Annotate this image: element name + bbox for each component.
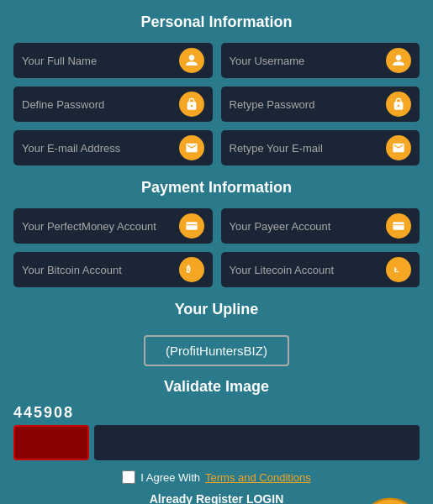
retype-password-icon — [386, 92, 411, 117]
page-container: Personal Information — [13, 13, 420, 504]
personal-info-title: Personal Information — [13, 13, 420, 31]
username-input[interactable] — [230, 55, 387, 67]
payeer-icon — [386, 213, 411, 239]
bitcoin-input[interactable] — [22, 264, 179, 276]
svg-text:₿: ₿ — [186, 265, 191, 274]
retype-email-wrapper — [221, 130, 420, 165]
full-name-wrapper — [13, 43, 213, 78]
retype-password-wrapper — [221, 87, 420, 122]
personal-row-2 — [13, 87, 420, 122]
email-input[interactable] — [22, 142, 179, 155]
email-icon — [179, 135, 204, 160]
email-wrapper — [13, 130, 213, 165]
captcha-image-box — [13, 425, 89, 460]
validate-section: Validate Image 445908 — [13, 378, 420, 460]
payeer-input[interactable] — [230, 220, 387, 233]
password-icon — [179, 92, 204, 117]
litecoin-input[interactable] — [230, 264, 387, 276]
upline-value: (ProfitHuntersBIZ) — [144, 335, 289, 366]
perfectmoney-input[interactable] — [22, 220, 179, 233]
agree-text: I Agree With — [140, 471, 200, 484]
retype-email-icon — [386, 135, 411, 160]
payment-section: Payment Information ₿ — [13, 179, 420, 287]
svg-rect-1 — [393, 222, 404, 229]
captcha-input[interactable] — [94, 425, 420, 460]
retype-password-input[interactable] — [230, 98, 387, 111]
upline-section: Your Upline (ProfitHuntersBIZ) — [13, 301, 420, 366]
payment-row-1 — [13, 208, 420, 244]
svg-text:Ł: Ł — [394, 265, 399, 274]
validate-title: Validate Image — [13, 378, 420, 396]
perfectmoney-wrapper — [13, 208, 213, 244]
upline-title: Your Upline — [13, 301, 420, 318]
litecoin-icon: Ł — [386, 257, 411, 282]
personal-row-1 — [13, 43, 420, 78]
already-text: Already Register — [150, 492, 243, 504]
svg-point-4 — [362, 499, 419, 504]
terms-link[interactable]: Terms and Conditions — [205, 471, 311, 484]
username-icon — [386, 48, 411, 73]
password-wrapper — [13, 87, 213, 122]
payment-row-2: ₿ Ł — [13, 252, 420, 287]
full-name-icon — [179, 48, 204, 73]
personal-row-3 — [13, 130, 420, 165]
captcha-input-row — [13, 425, 420, 460]
retype-email-input[interactable] — [230, 142, 387, 155]
litecoin-wrapper: Ł — [221, 252, 420, 287]
agree-row: I Agree With Terms and Conditions — [13, 470, 420, 484]
bitcoin-coin-icon: ₿ — [361, 497, 420, 504]
username-wrapper — [221, 43, 420, 78]
bitcoin-icon: ₿ — [179, 257, 204, 282]
perfectmoney-icon — [179, 213, 204, 239]
full-name-input[interactable] — [22, 55, 179, 67]
already-login: Already Register LOGIN — [13, 492, 420, 504]
payment-info-title: Payment Information — [13, 179, 420, 197]
payeer-wrapper — [221, 208, 420, 244]
agree-checkbox[interactable] — [122, 470, 135, 484]
bitcoin-wrapper: ₿ — [13, 252, 213, 287]
password-input[interactable] — [22, 98, 179, 111]
captcha-display: 445908 — [13, 404, 420, 422]
login-link[interactable]: LOGIN — [246, 492, 283, 504]
svg-rect-0 — [186, 222, 197, 229]
